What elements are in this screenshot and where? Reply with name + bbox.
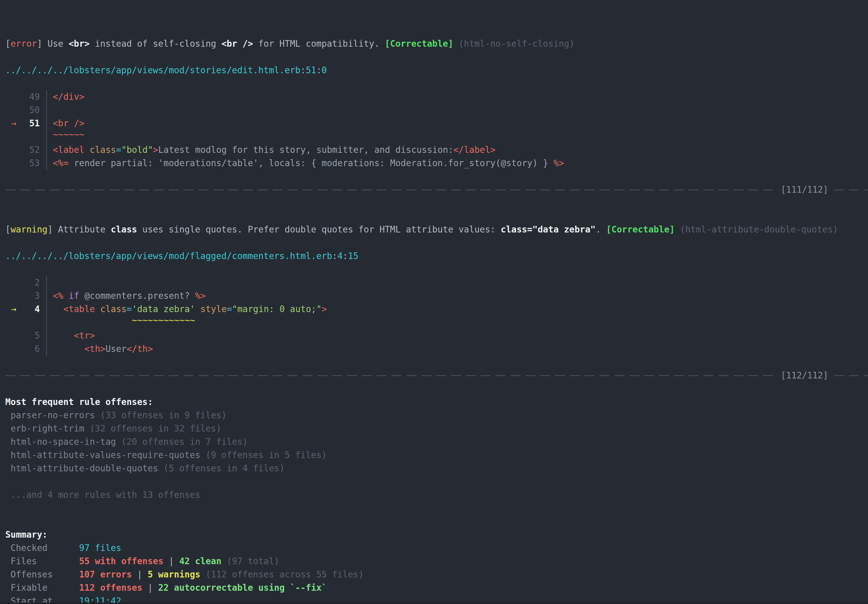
blank-line [5, 77, 868, 90]
text-segment: 42 clean [179, 556, 222, 566]
code-text [46, 104, 868, 117]
blank-line [5, 475, 868, 488]
text-segment: 5 warnings [147, 569, 200, 579]
text-segment: (9 offenses in 5 files) [206, 450, 327, 460]
blank-line [5, 263, 868, 276]
line-number: 4 [34, 303, 40, 316]
text-segment: Files [5, 556, 79, 566]
file-path: ../../../../lobsters/app/views/mod/stori… [5, 64, 868, 77]
text-segment: 97 files [79, 543, 121, 553]
blank-line [5, 356, 868, 369]
text-segment: ; [311, 304, 316, 314]
text-segment: (5 offenses in 4 files) [163, 463, 285, 474]
code-text: ~~~~~~ [46, 130, 868, 143]
code-text: <th>User</th> [46, 342, 868, 356]
text-segment: ../../../../lobsters/app/views/mod/stori… [5, 65, 301, 75]
gutter [5, 316, 46, 329]
text-segment: style [200, 304, 226, 314]
text-segment: | [132, 569, 148, 579]
blank-line [5, 50, 868, 64]
gutter: 3 [5, 289, 46, 303]
line-number: 5 [34, 329, 40, 342]
squiggle-underline: ~~~~~~ [5, 130, 868, 143]
text-segment: html-attribute-double-quotes [5, 463, 158, 474]
code-line-52: 52<label class="bold">Latest modlog for … [5, 143, 868, 157]
text-segment: User [105, 344, 127, 354]
text-segment: ...and 4 more rules with 13 offenses [5, 490, 200, 500]
text-segment: "bold" [121, 144, 153, 155]
code-line-50: 50 [5, 104, 868, 117]
line-number: 3 [34, 289, 40, 303]
text-segment: (20 offenses in 7 files) [121, 436, 248, 447]
text-segment: @commenters.present? [79, 290, 195, 301]
output-rows: [error] Use <br> instead of self-closing… [5, 37, 868, 604]
code-line-49: 49</div> [5, 90, 868, 104]
gutter: 53 [5, 157, 46, 170]
terminal-output: [error] Use <br> instead of self-closing… [0, 0, 868, 604]
gutter: →51 [5, 117, 46, 130]
text-segment: <tr> [74, 331, 95, 341]
text-segment: <br /> [222, 39, 253, 49]
gutter: 50 [5, 104, 46, 117]
text-segment: | [163, 556, 179, 566]
gutter: 52 [5, 143, 46, 157]
line-number: 2 [34, 276, 40, 289]
current-line-arrow-icon: → [11, 303, 17, 316]
text-segment [674, 224, 680, 234]
text-segment: ] Use [37, 39, 68, 49]
rule-offenses-heading: Most frequent rule offenses: [5, 395, 868, 409]
line-number: 53 [29, 157, 40, 170]
squiggle-wrap: ~~~~~~~~~~~~ [53, 314, 195, 327]
text-segment: </th> [127, 344, 153, 354]
text-segment: Summary: [5, 529, 48, 540]
text-segment: "margin: 0 auto [232, 304, 311, 314]
text-segment: (112 offenses across 55 files) [206, 569, 364, 579]
bottom-divider [0, 602, 868, 604]
text-segment: error [11, 39, 37, 49]
offense-separator: [112/112] [5, 369, 868, 382]
text-segment: (html-no-self-closing) [459, 39, 575, 49]
more-rules-note: ...and 4 more rules with 13 offenses [5, 488, 868, 502]
text-segment: </div> [53, 92, 84, 102]
code-text: <br /> [46, 117, 868, 130]
rule-offense-item: html-attribute-double-quotes (5 offenses… [5, 462, 868, 475]
text-segment: = [227, 304, 232, 314]
code-text: <% if @commenters.present? %> [46, 289, 868, 303]
text-segment: [ [5, 39, 11, 49]
line-number: 51 [29, 117, 40, 130]
code-text [46, 276, 868, 289]
gutter [5, 130, 46, 143]
text-segment: | [143, 582, 158, 593]
text-segment: 22 autocorrectable using `--fix` [158, 582, 327, 593]
file-path: ../../../../lobsters/app/views/mod/flagg… [5, 250, 868, 263]
text-segment: 0 [321, 65, 327, 75]
blank-line [5, 210, 868, 223]
text-segment [158, 463, 163, 474]
code-text: <label class="bold">Latest modlog for th… [46, 143, 868, 157]
text-segment [222, 556, 227, 566]
text-segment: class [111, 224, 137, 234]
squiggle-wrap: ~~~~~~ [53, 128, 84, 141]
gutter: 49 [5, 90, 46, 104]
text-segment: : [343, 251, 348, 261]
text-segment: ~~~~~~ [53, 129, 84, 140]
text-segment [53, 344, 84, 354]
offense-counter: [111/112] [775, 183, 834, 196]
separator-line [5, 375, 775, 376]
blank-line [5, 502, 868, 515]
rule-offense-item: parser-no-errors (33 offenses in 9 files… [5, 409, 868, 422]
text-segment: %> [553, 158, 564, 168]
offense-separator: [111/112] [5, 183, 868, 196]
text-segment: %> [195, 290, 206, 301]
text-segment: Most frequent rule offenses: [5, 397, 153, 407]
text-segment: ../../../../lobsters/app/views/mod/flagg… [5, 251, 332, 261]
separator-line [834, 375, 868, 376]
text-segment [200, 569, 206, 579]
text-segment: . [595, 224, 606, 234]
blank-line [5, 515, 868, 528]
code-line-53: 53<%= render partial: 'moderations/table… [5, 157, 868, 170]
gutter: →4 [5, 303, 46, 316]
text-segment: Latest modlog for this story, submitter,… [158, 144, 453, 155]
text-segment [53, 315, 132, 325]
text-segment: html-no-space-in-tag [5, 436, 116, 447]
